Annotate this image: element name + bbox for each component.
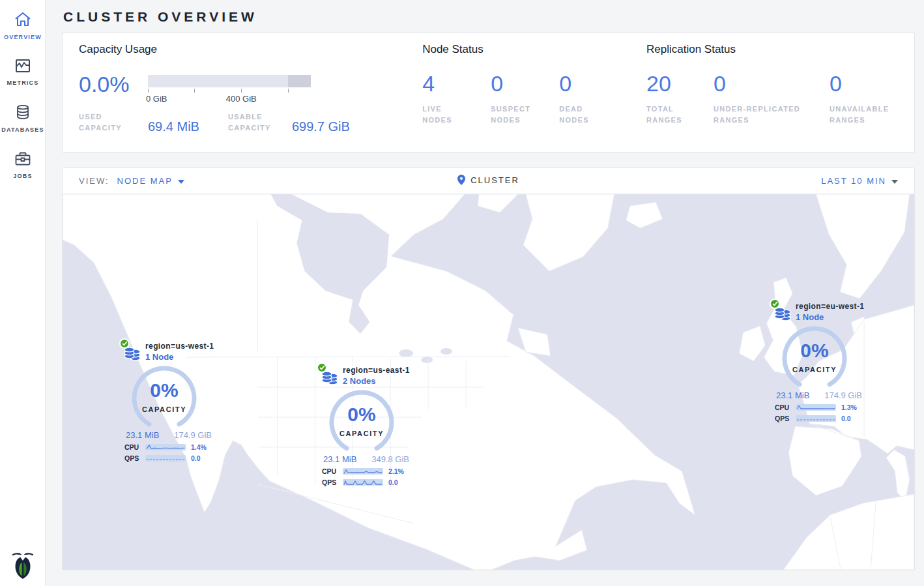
qps-value: 0.0: [841, 415, 851, 422]
breadcrumb-label: CLUSTER: [470, 175, 519, 185]
suspect-nodes-label: SUSPECT NODES: [491, 104, 541, 126]
node-status-heading: Node Status: [422, 43, 646, 56]
capacity-bar: 0 GiB 400 GiB: [148, 75, 311, 104]
capacity-usage-section: Capacity Usage 0.0% 0 GiB 400 GiB USED C…: [79, 43, 422, 152]
sidebar-item-overview[interactable]: OVERVIEW: [0, 0, 46, 47]
qps-value: 0.0: [388, 478, 398, 486]
cockroachdb-logo: [0, 549, 46, 582]
sidebar-item-label: METRICS: [0, 80, 46, 86]
locality-card-eu-west-1[interactable]: region=eu-west-1 1 Node 0% CAPACITY 23.1…: [770, 299, 866, 422]
healthy-check-icon: [119, 338, 130, 349]
capacity-donut-label: CAPACITY: [779, 366, 850, 374]
under-replicated-ranges-label: UNDER-REPLICATED RANGES: [714, 104, 819, 126]
chevron-down-icon: [891, 180, 898, 184]
live-nodes-label: LIVE NODES: [422, 104, 467, 126]
cpu-value: 1.4%: [191, 443, 207, 451]
cpu-sparkline: [343, 468, 383, 475]
capacity-donut-percent: 0%: [779, 340, 850, 362]
node-usable-capacity: 174.9 GiB: [824, 390, 862, 400]
metrics-icon: [15, 64, 31, 75]
sidebar-item-label: OVERVIEW: [0, 34, 46, 40]
qps-sparkline: [796, 415, 836, 422]
total-ranges-value: 20: [646, 73, 714, 94]
node-used-capacity: 23.1 MiB: [323, 454, 356, 464]
qps-label: QPS: [124, 454, 145, 462]
suspect-nodes-value: 0: [491, 73, 559, 94]
capacity-percent: 0.0%: [79, 74, 148, 104]
healthy-check-icon: [317, 362, 327, 373]
replication-status-heading: Replication Status: [646, 43, 914, 56]
locality-region-label: region=us-east-1: [343, 362, 413, 375]
replication-status-section: Replication Status 20 TOTAL RANGES 0 UND…: [646, 43, 914, 152]
locality-node-count: 2 Nodes: [343, 376, 413, 386]
cpu-label: CPU: [775, 403, 796, 411]
cpu-value: 2.1%: [388, 467, 404, 475]
capacity-donut-percent: 0%: [326, 403, 397, 426]
capacity-tick-0: 0 GiB: [146, 94, 167, 104]
locality-card-us-east-1[interactable]: region=us-east-1 2 Nodes 0% CAPACITY 23.…: [317, 362, 413, 486]
locality-region-label: region=us-west-1: [145, 338, 216, 351]
locality-region-label: region=eu-west-1: [796, 299, 866, 311]
sidebar-item-jobs[interactable]: JOBS: [0, 139, 46, 186]
cpu-label: CPU: [322, 467, 343, 475]
live-nodes-value: 4: [422, 73, 491, 94]
cpu-sparkline: [145, 444, 186, 450]
dead-nodes-label: DEAD NODES: [559, 104, 603, 126]
qps-label: QPS: [322, 478, 343, 486]
cpu-label: CPU: [124, 443, 145, 451]
capacity-bar-reserved: [288, 75, 311, 87]
qps-sparkline: [145, 455, 186, 461]
cpu-value: 1.3%: [841, 403, 857, 411]
sidebar-item-label: DATABASES: [0, 126, 46, 133]
databases-icon: [15, 111, 31, 122]
capacity-tick-400: 400 GiB: [226, 94, 257, 104]
used-capacity-label: USED CAPACITY: [79, 111, 139, 134]
capacity-donut: 0% CAPACITY: [779, 323, 850, 390]
node-status-section: Node Status 4 LIVE NODES 0 SUSPECT NODES…: [422, 43, 646, 152]
jobs-icon: [14, 157, 31, 168]
time-range-selector[interactable]: LAST 10 MIN: [821, 176, 898, 186]
qps-label: QPS: [775, 415, 796, 422]
usable-capacity-value: 699.7 GiB: [292, 119, 350, 134]
node-used-capacity: 23.1 MiB: [776, 390, 809, 400]
capacity-donut-label: CAPACITY: [326, 430, 397, 437]
main-content: CLUSTER OVERVIEW Capacity Usage 0.0% 0 G…: [46, 0, 924, 570]
node-usable-capacity: 174.9 GiB: [174, 430, 212, 440]
healthy-check-icon: [770, 299, 780, 309]
capacity-donut: 0% CAPACITY: [128, 362, 200, 430]
capacity-usage-heading: Capacity Usage: [79, 43, 422, 56]
usable-capacity-label: USABLE CAPACITY: [228, 111, 283, 134]
locality-node-count: 1 Node: [796, 312, 866, 322]
cpu-sparkline: [796, 404, 836, 411]
total-ranges-label: TOTAL RANGES: [646, 104, 692, 126]
node-map: region=us-west-1 1 Node 0% CAPACITY 23.1…: [63, 194, 914, 570]
summary-panel: Capacity Usage 0.0% 0 GiB 400 GiB USED C…: [62, 32, 915, 153]
view-selector[interactable]: NODE MAP: [117, 176, 184, 186]
sidebar: OVERVIEW METRICS DATABASES: [0, 0, 46, 586]
view-label: VIEW:: [79, 176, 109, 186]
qps-sparkline: [343, 479, 383, 486]
node-map-panel: VIEW: NODE MAP CLUSTER LAST 10 MIN: [62, 168, 915, 570]
locality-card-us-west-1[interactable]: region=us-west-1 1 Node 0% CAPACITY 23.1…: [119, 338, 216, 462]
node-usable-capacity: 349.8 GiB: [371, 454, 409, 464]
capacity-donut-label: CAPACITY: [128, 405, 200, 413]
node-used-capacity: 23.1 MiB: [126, 430, 159, 440]
under-replicated-ranges-value: 0: [714, 73, 830, 94]
capacity-donut: 0% CAPACITY: [326, 387, 397, 454]
capacity-donut-percent: 0%: [128, 379, 200, 402]
home-icon: [14, 18, 31, 29]
qps-value: 0.0: [191, 454, 201, 462]
breadcrumb[interactable]: CLUSTER: [457, 175, 519, 185]
unavailable-ranges-value: 0: [830, 73, 914, 94]
page-title: CLUSTER OVERVIEW: [62, 0, 915, 25]
sidebar-item-databases[interactable]: DATABASES: [0, 93, 46, 139]
dead-nodes-value: 0: [559, 73, 628, 94]
sidebar-item-metrics[interactable]: METRICS: [0, 47, 46, 93]
locality-node-count: 1 Node: [145, 352, 216, 362]
sidebar-item-label: JOBS: [0, 173, 46, 179]
view-bar: VIEW: NODE MAP CLUSTER LAST 10 MIN: [63, 168, 914, 194]
chevron-down-icon: [178, 180, 184, 184]
used-capacity-value: 69.4 MiB: [148, 119, 199, 134]
map-pin-icon: [457, 175, 465, 185]
unavailable-ranges-label: UNAVAILABLE RANGES: [830, 104, 895, 126]
